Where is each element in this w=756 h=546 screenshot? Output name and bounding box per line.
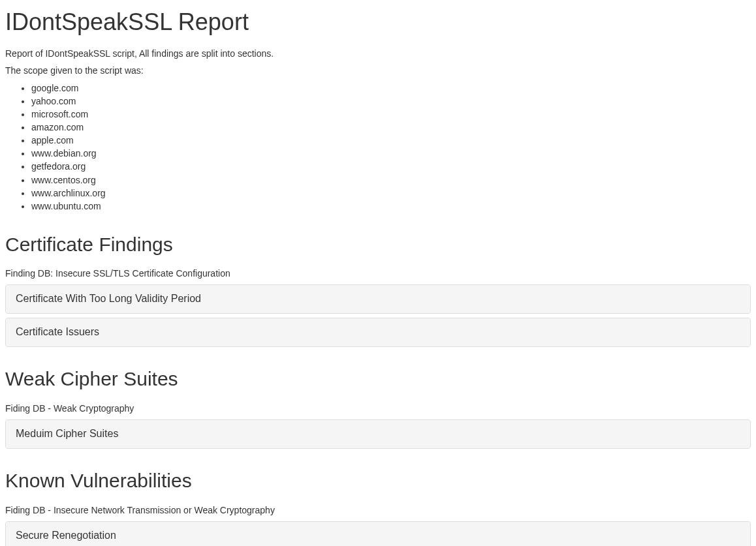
- report-document: IDontSpeakSSL Report Report of IDontSpea…: [0, 5, 756, 546]
- panel-certificate-long-validity: Certificate With Too Long Validity Perio…: [5, 284, 751, 314]
- panel-header-medium-cipher-suites[interactable]: Meduim Cipher Suites: [6, 420, 750, 448]
- scope-item: www.ubuntu.com: [31, 200, 751, 213]
- intro-block: Report of IDontSpeakSSL script, All find…: [5, 48, 751, 212]
- scope-item: www.debian.org: [31, 147, 751, 160]
- section-title-weak-cipher-suites: Weak Cipher Suites: [5, 365, 751, 393]
- scope-item: www.centos.org: [31, 174, 751, 187]
- panel-header-certificate-issuers[interactable]: Certificate Issuers: [6, 318, 750, 346]
- section-title-certificate-findings: Certificate Findings: [5, 231, 751, 259]
- scope-item: getfedora.org: [31, 160, 751, 173]
- page-title: IDontSpeakSSL Report: [5, 5, 751, 38]
- scope-list: google.com yahoo.com microsoft.com amazo…: [5, 82, 751, 212]
- scope-item: google.com: [31, 82, 751, 95]
- section-subtitle-certificate-findings: Finding DB: Insecure SSL/TLS Certificate…: [5, 267, 751, 281]
- scope-item: yahoo.com: [31, 95, 751, 108]
- scope-item: microsoft.com: [31, 108, 751, 121]
- scope-item: www.archlinux.org: [31, 187, 751, 200]
- section-subtitle-known-vulnerabilities: Fiding DB - Insecure Network Transmissio…: [5, 504, 751, 517]
- panel-header-certificate-long-validity[interactable]: Certificate With Too Long Validity Perio…: [6, 285, 750, 313]
- section-title-known-vulnerabilities: Known Vulnerabilities: [5, 467, 751, 495]
- intro-line-2: The scope given to the script was:: [5, 65, 751, 78]
- panel-secure-renegotiation: Secure Renegotiation: [5, 521, 751, 546]
- scope-item: amazon.com: [31, 121, 751, 134]
- panel-header-secure-renegotiation[interactable]: Secure Renegotiation: [6, 522, 750, 546]
- scope-item: apple.com: [31, 134, 751, 147]
- intro-line-1: Report of IDontSpeakSSL script, All find…: [5, 48, 751, 61]
- section-subtitle-weak-cipher-suites: Fiding DB - Weak Cryptography: [5, 402, 751, 416]
- panel-certificate-issuers: Certificate Issuers: [5, 318, 751, 347]
- panel-medium-cipher-suites: Meduim Cipher Suites: [5, 419, 751, 449]
